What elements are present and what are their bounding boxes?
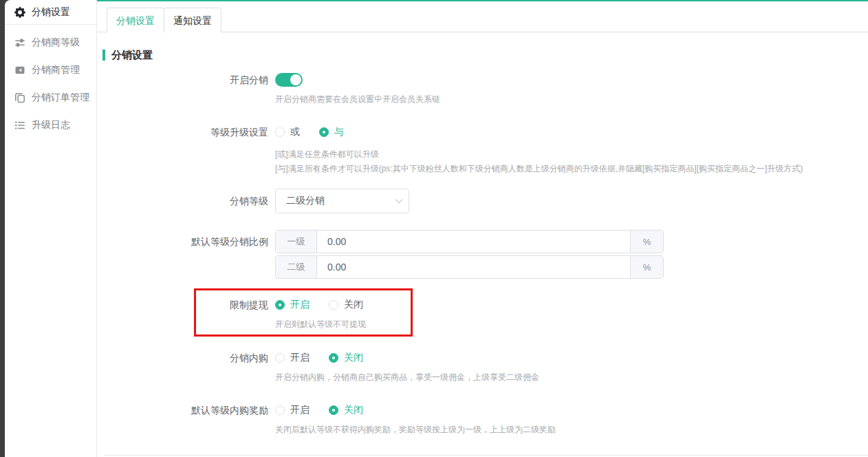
field-label: 等级升级设置	[97, 125, 275, 176]
radio-reward-off[interactable]: 关闭	[329, 404, 363, 416]
form-row-default-inner-reward: 默认等级内购奖励 开启 关闭 关闭后默认等级不获得内购奖励，奖励等级按上级为一级…	[97, 403, 868, 435]
helper-text: 开启分销内购，分销商自己购买商品，享受一级佣金，上级享受二级佣金	[275, 372, 868, 383]
helper-text: 开启则默认等级不可提现	[275, 319, 868, 330]
form-row-default-ratio: 默认等级分销比例 一级 % 二级 %	[97, 230, 868, 279]
tab-notification-settings[interactable]: 通知设置	[164, 8, 221, 32]
sidebar: 分销设置 分销商等级 分销商管理 分销订单管理 升级日志	[5, 0, 97, 457]
distribution-level-select[interactable]: 二级分销	[275, 189, 409, 213]
sidebar-item-upgrade-log[interactable]: 升级日志	[5, 111, 96, 139]
collapsed-nav-rail	[0, 0, 5, 457]
sidebar-item-label: 分销设置	[32, 6, 70, 19]
helper-text-and: [与]满足所有条件才可以升级(ps:其中下级粉丝人数和下级分销商人数是上级分销商…	[275, 162, 868, 176]
ratio-input-group-level2: 二级 %	[275, 255, 664, 279]
gear-icon	[14, 7, 25, 18]
video-square-icon	[14, 65, 25, 76]
input-append-percent: %	[630, 231, 663, 253]
ratio-input-group-level1: 一级 %	[275, 230, 664, 253]
helper-text: 关闭后默认等级不获得内购奖励，奖励等级按上级为一级，上上级为二级奖励	[275, 424, 868, 435]
form-row-restrict-withdraw: 限制提现 开启 关闭 开启则默认等级不可提现	[97, 298, 868, 330]
sliders-icon	[14, 37, 25, 48]
form-row-enable-distribution: 开启分销 开启分销商需要在会员设置中开启会员关系链	[97, 72, 868, 105]
section-title-text: 分销设置	[111, 49, 153, 62]
field-label: 分销等级	[97, 189, 275, 213]
section-title-accent-bar	[102, 50, 105, 61]
field-label: 默认等级分销比例	[97, 230, 275, 279]
form-row-internal-purchase: 分销内购 开启 关闭 开启分销内购，分销商自己购买商品，享受一级佣金，上级享受二…	[97, 351, 868, 383]
radio-icon	[275, 127, 285, 137]
list-icon	[14, 120, 25, 131]
radio-icon	[275, 300, 285, 310]
radio-icon	[329, 353, 338, 363]
field-label: 默认等级内购奖励	[97, 403, 275, 435]
input-append-percent: %	[630, 256, 663, 278]
input-prepend: 一级	[276, 231, 317, 253]
top-accent-line	[97, 0, 868, 1]
sidebar-item-distribution-settings[interactable]: 分销设置	[5, 0, 96, 25]
sidebar-item-distributor-level[interactable]: 分销商等级	[5, 29, 96, 56]
field-label: 开启分销	[97, 72, 275, 105]
radio-icon	[319, 127, 329, 137]
copy-icon	[14, 92, 25, 103]
sidebar-item-distribution-orders[interactable]: 分销订单管理	[5, 84, 96, 111]
ratio-input-level2[interactable]	[317, 256, 630, 278]
radio-icon	[329, 405, 338, 415]
radio-inner-off[interactable]: 关闭	[329, 352, 363, 364]
form-row-distribution-level: 分销等级 二级分销	[97, 189, 868, 213]
sidebar-item-label: 分销商等级	[32, 36, 80, 49]
app-window: 分销设置 分销商等级 分销商管理 分销订单管理 升级日志	[0, 0, 868, 457]
helper-text: 开启分销商需要在会员设置中开启会员关系链	[275, 94, 868, 105]
radio-icon	[275, 405, 285, 415]
enable-distribution-toggle[interactable]	[275, 73, 303, 87]
sidebar-item-label: 升级日志	[32, 119, 70, 131]
main-panel: 分销设置 通知设置 分销设置 开启分销 开启分销商需要在会员设置中开启会员关系链…	[97, 0, 868, 457]
select-value: 二级分销	[286, 195, 395, 207]
chevron-down-icon	[395, 195, 402, 203]
form-row-level-upgrade-setting: 等级升级设置 或 与 [或]满足任意条件都可以升级 [与]满足所有条件才可以升级…	[97, 125, 868, 176]
radio-icon	[275, 353, 285, 363]
radio-and[interactable]: 与	[319, 126, 344, 138]
tab-distribution-settings[interactable]: 分销设置	[107, 8, 164, 32]
radio-icon	[329, 300, 338, 310]
sidebar-item-label: 分销订单管理	[32, 92, 89, 104]
sidebar-item-label: 分销商管理	[32, 64, 80, 76]
tab-bar: 分销设置 通知设置	[97, 0, 868, 32]
input-prepend: 二级	[276, 256, 317, 278]
field-label: 分销内购	[97, 351, 275, 383]
ratio-input-level1[interactable]	[317, 231, 630, 253]
radio-withdraw-off[interactable]: 关闭	[329, 299, 363, 311]
helper-text-or: [或]满足任意条件都可以升级	[275, 147, 868, 162]
sidebar-item-distributor-management[interactable]: 分销商管理	[5, 56, 96, 84]
radio-reward-on[interactable]: 开启	[275, 404, 310, 416]
field-label: 限制提现	[97, 298, 275, 330]
section-title: 分销设置	[102, 49, 868, 61]
radio-or[interactable]: 或	[275, 126, 300, 138]
radio-inner-on[interactable]: 开启	[275, 352, 310, 364]
radio-withdraw-on[interactable]: 开启	[275, 299, 310, 311]
content-bottom-divider	[104, 455, 868, 456]
